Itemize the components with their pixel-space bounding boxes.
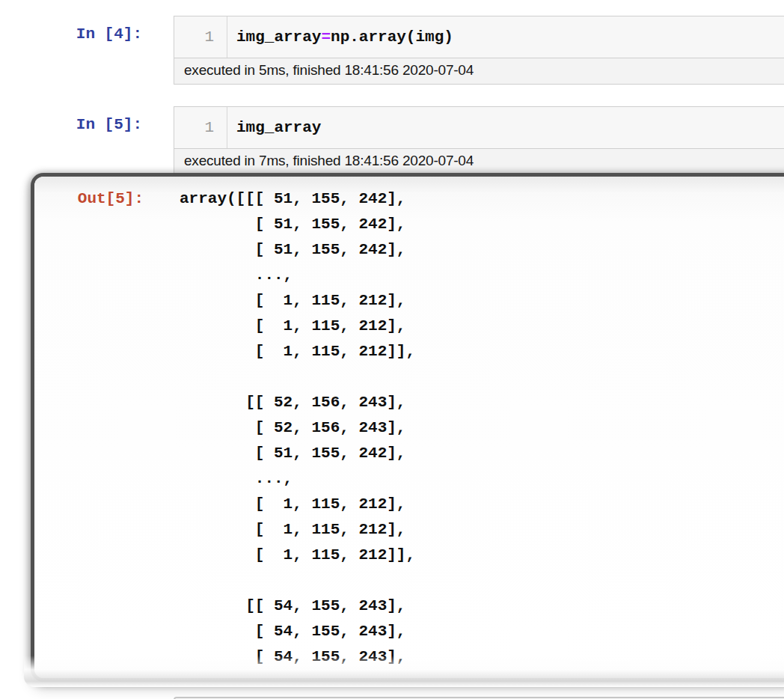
input-prompt-area: In [4]: (0, 16, 174, 43)
line-number: 1 (204, 119, 214, 136)
notebook: In [4]: 1 img_array=np.array(img) execut… (0, 0, 784, 699)
output-prompt-area: Out[5]: (34, 186, 180, 212)
code-token: np.array(img) (331, 28, 453, 46)
code-editor[interactable]: img_array=np.array(img) (227, 16, 453, 58)
code-input-box[interactable]: 1 img_array=np.array(img) (174, 16, 784, 58)
cell-main: 1 img_array=np.array(img) executed in 5m… (174, 16, 784, 85)
line-number: 1 (204, 28, 214, 46)
code-token: img_array (236, 119, 321, 136)
cell-main: 1 img_array executed in 7ms, finished 18… (174, 106, 784, 175)
output-panel: Out[5]: array([[[ 51, 155, 242], [ 51, 1… (34, 177, 784, 678)
execute-time-label: executed in 5ms, finished 18:41:56 2020-… (174, 58, 784, 85)
output-row: Out[5]: array([[[ 51, 155, 242], [ 51, 1… (34, 177, 784, 670)
output-text: array([[[ 51, 155, 242], [ 51, 155, 242]… (180, 186, 415, 670)
line-number-gutter: 1 (174, 16, 227, 58)
line-number-gutter: 1 (174, 107, 227, 148)
operator-token: = (321, 28, 331, 46)
execute-time-label: executed in 7ms, finished 18:41:56 2020-… (174, 149, 784, 175)
input-prompt-area: In [5]: (0, 106, 174, 133)
code-cell-5: In [5]: 1 img_array executed in 7ms, fin… (0, 106, 784, 175)
code-editor[interactable]: img_array (227, 107, 321, 148)
in-prompt: In [4]: (76, 25, 142, 43)
out-prompt: Out[5]: (78, 190, 144, 207)
in-prompt: In [5]: (76, 116, 142, 133)
code-token: img_array (236, 28, 321, 46)
code-cell-4: In [4]: 1 img_array=np.array(img) execut… (0, 16, 784, 85)
code-input-box[interactable]: 1 img_array (174, 106, 784, 149)
